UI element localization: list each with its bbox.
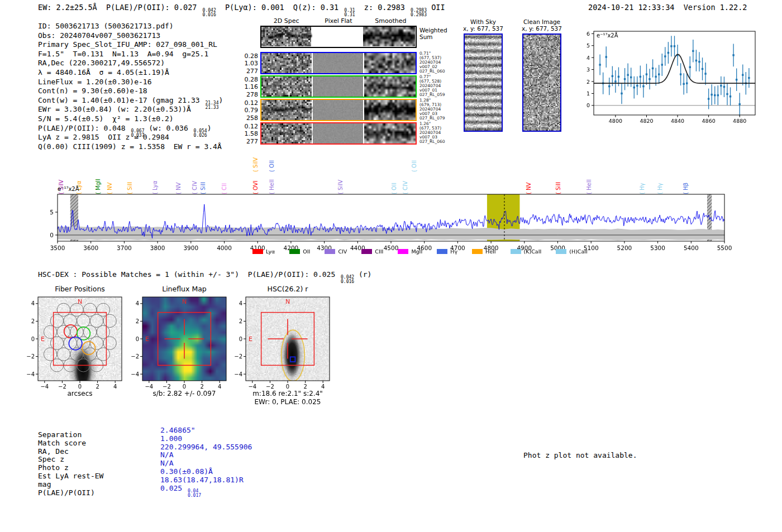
legend-item: Lyα bbox=[252, 248, 275, 255]
legend-swatch bbox=[511, 249, 521, 254]
legend-item: CIV bbox=[325, 248, 347, 255]
twod-fiber-row-image bbox=[261, 123, 416, 143]
match-row-value: 1.000 bbox=[160, 435, 252, 443]
twod-fiber-row-image bbox=[261, 76, 416, 97]
info-line: EWr = 3.30(±0.84) (w: 2.20(±0.53))Å bbox=[38, 105, 223, 114]
twod-fiber-row bbox=[260, 122, 417, 145]
info-line: S/N = 5.4(±0.5) χ² = 1.3(±0.2) bbox=[38, 114, 223, 124]
info-line: P(LAE)/P(OII): 0.048 0.0670.037 (w: 0.03… bbox=[38, 124, 223, 133]
version-label: Version 1.22.2 bbox=[684, 3, 747, 12]
legend-label: HeII bbox=[485, 248, 496, 255]
legend-item: HeII bbox=[472, 248, 496, 255]
legend-label: (K)CaII bbox=[524, 248, 542, 255]
match-table-labels: SeparationMatch scoreRA, DecSpec zPhoto … bbox=[38, 431, 103, 497]
match-table-values: 2.46865"1.000220.299964, 49.555906N/AN/A… bbox=[160, 426, 252, 498]
fiber-positions-panel bbox=[20, 295, 126, 391]
info-line: ID: 5003621713 (5003621713.pdf) bbox=[38, 22, 223, 31]
match-row-value: 0.30(±0.08)Å bbox=[160, 468, 252, 476]
match-row-value: N/A bbox=[160, 451, 252, 459]
legend-label: MgII bbox=[411, 248, 422, 255]
match-row-label: Separation bbox=[38, 431, 103, 439]
legend-label: CIV bbox=[338, 248, 347, 255]
weighted-sum-label: Weighted Sum bbox=[419, 27, 454, 40]
match-row-value: 0.025 0.040.017 bbox=[160, 485, 252, 498]
inset-ylabel: e⁻¹⁷x2Å bbox=[597, 32, 618, 39]
twod-row-right-labels: 1.26" (677, 537) 20240704 v007_03 027_RL… bbox=[419, 122, 460, 144]
lineflux-map-title: Lineflux Map bbox=[142, 285, 226, 293]
twod-fiber-row bbox=[260, 52, 417, 74]
phot-z-note: Phot z plot not available. bbox=[523, 451, 637, 459]
info-line: Cont(n) = 9.30(±0.60)e-18 bbox=[38, 87, 223, 96]
legend-item: MgII bbox=[398, 248, 422, 255]
legend-swatch bbox=[361, 249, 372, 254]
twod-row-left-labels: 0.28 1.03 277 bbox=[244, 52, 258, 75]
match-row-label: Photo z bbox=[38, 464, 103, 472]
info-line: F=1.5" T=0.131 N=1.13 A=0.94 g=25.1 bbox=[38, 50, 223, 59]
line-fit-inset-plot bbox=[574, 27, 761, 130]
twod-row-right-labels: 0.71" (677, 537) 20240704 v007_02 027_RL… bbox=[419, 51, 460, 74]
match-row-label: mag bbox=[38, 481, 103, 489]
full-spectrum-plot bbox=[47, 188, 735, 252]
legend-swatch bbox=[556, 249, 566, 254]
legend-label: OII bbox=[303, 248, 310, 255]
hsc-xlabel: m:18.6 re:2.1" s:2.4" bbox=[232, 390, 344, 397]
info-line: RA,Dec (220.300217,49.556572) bbox=[38, 59, 223, 68]
info-line: Primary Spec_Slot_IFU_AMP: 027_098_001_R… bbox=[38, 40, 223, 50]
info-line: LineFlux = 1.20(±0.30)e-16 bbox=[38, 78, 223, 87]
twod-header-2dspec: 2D Spec bbox=[260, 17, 312, 25]
hsc-cutout-panel bbox=[228, 295, 334, 391]
match-row-label: RA, Dec bbox=[38, 448, 103, 456]
info-line: Cont(w) = 1.40(±0.01)e-17 (gmag 21.33 21… bbox=[38, 96, 223, 106]
legend-item: OII bbox=[289, 248, 310, 255]
twod-fiber-row bbox=[260, 99, 417, 121]
hsc-cutout-title: HSC(26.2) r bbox=[246, 285, 330, 293]
match-row-value: N/A bbox=[160, 459, 252, 468]
twod-row-right-labels: 1.28" (679, 713) 20240704 v007_03 027_RL… bbox=[419, 98, 460, 121]
legend-item: (K)CaII bbox=[511, 248, 542, 255]
twod-fiber-row bbox=[260, 75, 417, 98]
spec-line-label: ( SiIV bbox=[252, 157, 259, 172]
fiber-xlabel: arcsecs bbox=[38, 390, 122, 397]
hsc-xlabel2: EWr: 0, PLAE: 0.025 bbox=[232, 398, 344, 406]
info-line: λ = 4840.16Å σ = 4.05(±1.19)Å bbox=[38, 68, 223, 78]
lineflux-map-panel bbox=[125, 295, 231, 391]
match-row-value: 2.46865" bbox=[160, 426, 252, 435]
twod-row-right-labels: 0.77" (677, 528) 20240704 v007_01 027_RL… bbox=[419, 75, 460, 97]
timestamp-version: 2024-10-21 12:33:34 Version 1.22.2 bbox=[588, 3, 747, 12]
legend-label: Hγ bbox=[450, 248, 457, 255]
summary-header: EW: 2.2±25.5Å P(LAE)/P(OII): 0.027 0.042… bbox=[38, 3, 445, 17]
elixer-detection-report: EW: 2.2±25.5Å P(LAE)/P(OII): 0.027 0.042… bbox=[0, 0, 782, 532]
legend-label: CIII bbox=[375, 248, 383, 255]
twod-row-left-labels: 0.28 1.16 278 bbox=[244, 76, 258, 98]
with-sky-image-frame bbox=[464, 33, 503, 132]
legend-item: Hγ bbox=[437, 248, 457, 255]
twod-row-left-labels: 0.12 0.79 258 bbox=[244, 99, 258, 122]
detection-info-block: ID: 5003621713 (5003621713.pdf)Obs: 2024… bbox=[38, 22, 223, 151]
legend-swatch bbox=[398, 249, 408, 254]
spec-line-label: ( OII bbox=[269, 160, 275, 172]
fiber-positions-title: Fiber Positions bbox=[38, 285, 122, 293]
twod-weighted-row bbox=[260, 26, 417, 48]
twod-row-left-labels: 0.12 1.58 277 bbox=[244, 123, 258, 145]
match-row-label: P(LAE)/P(OII) bbox=[38, 489, 103, 497]
match-row-label: Spec z bbox=[38, 456, 103, 464]
legend-swatch bbox=[472, 249, 483, 254]
spec-line-label: ( OII bbox=[411, 160, 417, 172]
hsc-dex-line: HSC-DEX : Possible Matches = 1 (within +… bbox=[38, 270, 371, 284]
info-line: Obs: 20240704v007_5003621713 bbox=[38, 31, 223, 41]
clean-image-frame bbox=[522, 33, 561, 132]
legend-swatch bbox=[289, 249, 300, 254]
legend-item: CIII bbox=[361, 248, 383, 255]
legend-item: (H)CaII bbox=[556, 248, 588, 255]
with-sky-image bbox=[465, 35, 502, 131]
twod-weighted-image bbox=[261, 27, 415, 46]
match-row-value: 18.63(18.47,18.81)R bbox=[160, 476, 252, 485]
legend-swatch bbox=[437, 249, 447, 254]
legend-swatch bbox=[325, 249, 335, 254]
twod-fiber-row-image bbox=[261, 53, 416, 73]
legend-label: (H)CaII bbox=[569, 248, 588, 255]
spectrum-legend: LyαOIICIVCIIIMgIIHγHeII(K)CaII(H)CaII bbox=[252, 248, 588, 255]
timestamp: 2024-10-21 12:33:34 bbox=[588, 3, 674, 12]
legend-swatch bbox=[252, 249, 263, 254]
legend-label: Lyα bbox=[266, 248, 275, 255]
